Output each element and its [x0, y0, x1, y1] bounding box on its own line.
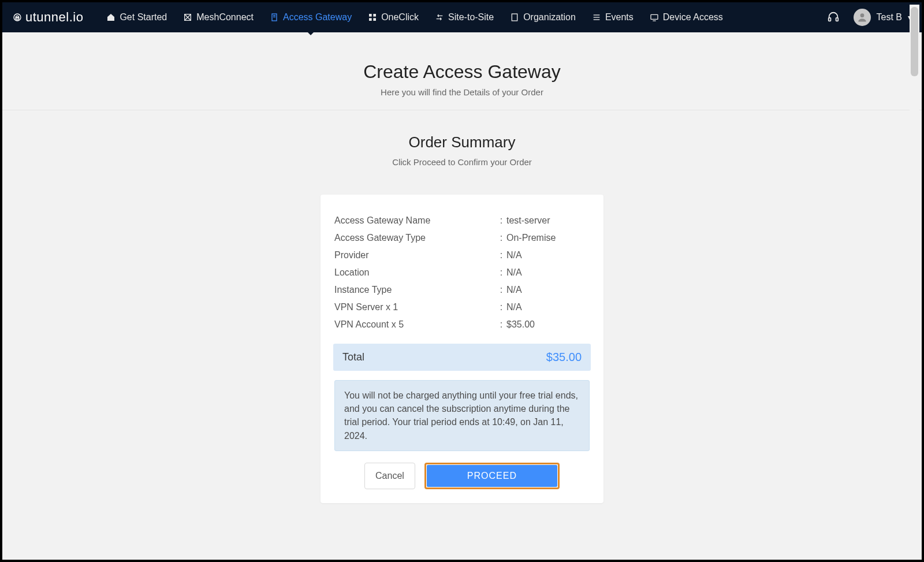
gateway-icon	[270, 13, 279, 22]
detail-label: VPN Account x 5	[334, 319, 496, 330]
scrollbar[interactable]	[910, 5, 919, 557]
svg-rect-8	[369, 18, 372, 21]
total-value: $35.00	[546, 351, 582, 364]
nav-label: Get Started	[120, 12, 167, 23]
svg-rect-7	[373, 14, 376, 17]
svg-rect-21	[836, 18, 838, 21]
nav-label: MeshConnect	[196, 12, 254, 23]
brand-logo[interactable]: utunnel.io	[13, 10, 83, 25]
detail-row: VPN Account x 5:$35.00	[334, 316, 590, 333]
svg-rect-9	[373, 18, 376, 21]
svg-point-22	[860, 13, 864, 17]
trial-notice: You will not be charged anything until y…	[334, 380, 590, 451]
list-icon	[592, 13, 601, 22]
detail-value: N/A	[506, 267, 590, 278]
nav-organization[interactable]: Organization	[510, 12, 576, 23]
colon: :	[496, 250, 506, 260]
svg-rect-20	[828, 18, 830, 21]
detail-value: test-server	[506, 215, 590, 226]
nav-device-access[interactable]: Device Access	[650, 12, 723, 23]
monitor-icon	[650, 13, 659, 22]
proceed-highlight: PROCEED	[424, 463, 560, 489]
nav-oneclick[interactable]: OneClick	[368, 12, 419, 23]
detail-row: Location:N/A	[334, 264, 590, 281]
swap-icon	[435, 13, 444, 22]
detail-label: Provider	[334, 250, 496, 260]
nav-label: Site-to-Site	[448, 12, 494, 23]
grid-icon	[368, 13, 377, 22]
colon: :	[496, 267, 506, 278]
nav-label: OneClick	[381, 12, 419, 23]
detail-row: Access Gateway Name:test-server	[334, 212, 590, 229]
colon: :	[496, 319, 506, 330]
detail-value: On-Premise	[506, 233, 590, 243]
colon: :	[496, 233, 506, 243]
total-row: Total $35.00	[333, 344, 591, 371]
detail-label: VPN Server x 1	[334, 302, 496, 312]
nav-right: Test B ▾	[827, 9, 911, 26]
section-title: Order Summary	[2, 133, 922, 151]
nav-events[interactable]: Events	[592, 12, 634, 23]
detail-label: Access Gateway Name	[334, 215, 496, 226]
detail-value: $35.00	[506, 319, 590, 330]
detail-row: Instance Type:N/A	[334, 281, 590, 299]
detail-value: N/A	[506, 250, 590, 260]
brand-text: utunnel.io	[25, 10, 83, 25]
total-label: Total	[342, 351, 364, 363]
page-subtitle: Here you will find the Details of your O…	[2, 87, 922, 97]
svg-rect-10	[512, 14, 517, 21]
nav-label: Device Access	[663, 12, 723, 23]
colon: :	[496, 215, 506, 226]
user-menu[interactable]: Test B ▾	[854, 9, 911, 26]
detail-label: Instance Type	[334, 285, 496, 295]
colon: :	[496, 285, 506, 295]
detail-label: Location	[334, 267, 496, 278]
nav-items: Get Started MeshConnect Access Gateway O…	[106, 12, 722, 23]
svg-rect-6	[369, 14, 372, 17]
svg-rect-18	[651, 14, 658, 19]
nav-label: Organization	[523, 12, 576, 23]
nav-site-to-site[interactable]: Site-to-Site	[435, 12, 494, 23]
navbar: utunnel.io Get Started MeshConnect Acces…	[2, 2, 922, 32]
nav-label: Access Gateway	[283, 12, 352, 23]
proceed-button[interactable]: PROCEED	[427, 465, 557, 487]
detail-row: Access Gateway Type:On-Premise	[334, 229, 590, 247]
detail-value: N/A	[506, 285, 590, 295]
order-summary-card: Access Gateway Name:test-serverAccess Ga…	[321, 195, 603, 503]
detail-row: Provider:N/A	[334, 247, 590, 264]
headset-icon[interactable]	[827, 11, 840, 24]
detail-label: Access Gateway Type	[334, 233, 496, 243]
nav-meshconnect[interactable]: MeshConnect	[183, 12, 254, 23]
nav-label: Events	[605, 12, 634, 23]
user-name: Test B	[877, 12, 902, 23]
mesh-icon	[183, 13, 192, 22]
detail-value: N/A	[506, 302, 590, 312]
nav-get-started[interactable]: Get Started	[106, 12, 167, 23]
page-title: Create Access Gateway	[2, 61, 922, 83]
lock-globe-icon	[13, 13, 22, 22]
detail-row: VPN Server x 1:N/A	[334, 299, 590, 316]
section-header: Order Summary Click Proceed to Confirm y…	[2, 110, 922, 177]
nav-access-gateway[interactable]: Access Gateway	[270, 12, 352, 23]
section-subtitle: Click Proceed to Confirm your Order	[2, 157, 922, 167]
colon: :	[496, 302, 506, 312]
home-icon	[106, 13, 116, 22]
avatar	[854, 9, 871, 26]
scrollbar-thumb[interactable]	[911, 7, 918, 76]
cancel-button[interactable]: Cancel	[364, 463, 415, 489]
action-row: Cancel PROCEED	[334, 463, 590, 489]
building-icon	[510, 13, 519, 22]
page-header: Create Access Gateway Here you will find…	[2, 32, 922, 110]
